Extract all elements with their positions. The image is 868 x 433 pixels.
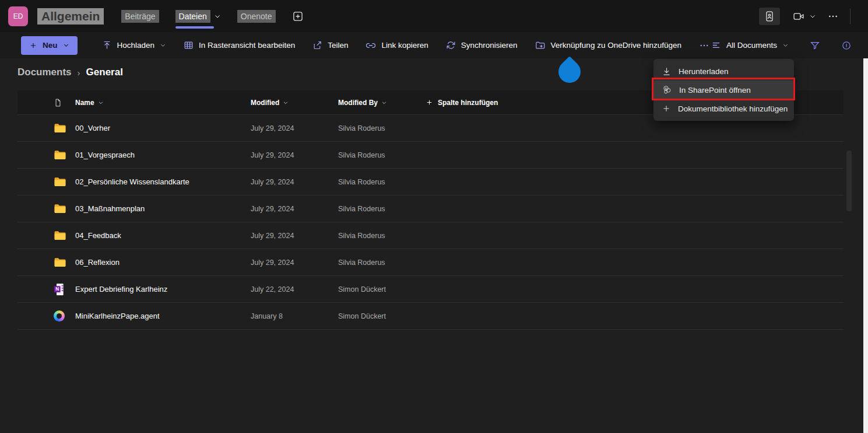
chevron-down-icon [782,42,789,48]
table-row[interactable]: MiniKarlheinzPape.agent January 8 Simon … [17,303,844,330]
table-row[interactable]: 02_Persönliche Wissenslandkarte July 29,… [17,169,844,195]
modified-date: July 29, 2024 [251,259,338,267]
menu-item-label: Dokumentbibliothek hinzufügen [678,104,788,113]
table-row[interactable]: 06_Reflexion July 29, 2024 Silvia Roderu… [17,249,844,276]
video-camera-icon [792,11,806,22]
modified-by: Silvia Roderus [338,124,426,132]
menu-item-herunterladen[interactable]: Herunterladen [653,62,794,81]
meet-now-button[interactable] [792,11,816,22]
breadcrumb-separator: › [78,68,80,78]
modified-by: Silvia Roderus [338,232,426,240]
link-icon [366,40,376,51]
modified-by-column-header[interactable]: Modified By [338,99,426,107]
table-row[interactable]: 01_Vorgespraech July 29, 2024 Silvia Rod… [17,142,844,169]
table-row[interactable]: 04_Feedback July 29, 2024 Silvia Roderus [17,222,844,249]
tab-label: Dateien [175,10,210,23]
name-column-header[interactable]: Name [75,99,251,107]
action-label: Synchronisieren [461,41,518,50]
add-onedrive-shortcut-button[interactable]: Verknüpfung zu OneDrive hinzufügen [535,40,681,51]
add-tab-button[interactable] [292,11,304,22]
modified-by: Simon Dückert [338,312,426,320]
new-button-label: Neu [43,41,58,50]
column-label: Spalte hinzufügen [438,99,498,107]
plus-icon [426,99,433,106]
sync-button[interactable]: Synchronisieren [446,40,518,50]
modified-column-header[interactable]: Modified [251,99,338,107]
modified-by: Silvia Roderus [338,205,426,213]
tab-beitraege[interactable]: Beiträge [121,10,159,23]
file-name-link[interactable]: 06_Reflexion [75,258,251,267]
channel-header: ED Allgemein Beiträge Dateien Onenote [0,0,868,32]
add-tab-icon [292,11,304,22]
column-label: Modified [251,99,279,107]
active-tab-underline [175,26,214,29]
plus-icon [662,104,671,113]
tab-onenote[interactable]: Onenote [237,10,276,23]
files-command-bar: Neu Hochladen In Rasteransicht bearbeite… [0,32,868,58]
toolbar-right-group: All Documents [711,40,852,51]
modified-date: July 29, 2024 [251,232,338,240]
upload-button[interactable]: Hochladen [102,40,167,50]
folder-icon [54,177,75,187]
breadcrumb-documents[interactable]: Documents [17,67,72,78]
roster-button[interactable] [759,8,780,25]
file-table: Name Modified Modified By Spalte hinzufü… [17,90,844,330]
menu-item-label: In SharePoint öffnen [679,86,751,95]
table-row[interactable]: N Expert Debriefing Karlheinz July 22, 2… [17,276,844,303]
inner-scrollbar-thumb[interactable] [846,151,852,211]
table-row[interactable]: 03_Maßnahmenplan July 29, 2024 Silvia Ro… [17,195,844,222]
chevron-down-icon [214,13,221,20]
modified-date: July 29, 2024 [251,178,338,186]
file-icon [54,97,62,108]
copy-link-button[interactable]: Link kopieren [366,40,428,51]
column-label: Modified By [338,99,378,107]
menu-item-label: Herunterladen [679,67,729,76]
download-icon [662,67,672,76]
file-name-link[interactable]: 01_Vorgespraech [75,151,251,159]
onenote-icon: N [54,283,75,296]
upload-icon [102,40,112,50]
toolbar-more-button[interactable] [699,40,709,51]
chevron-down-icon[interactable] [809,13,816,20]
modified-date: July 22, 2024 [251,285,338,294]
tab-label: Onenote [237,10,276,23]
divider [850,9,851,24]
menu-item-in-sharepoint-ffnen[interactable]: SIn SharePoint öffnen [653,81,794,99]
folder-link-icon [535,40,546,51]
file-name-link[interactable]: MiniKarlheinzPape.agent [75,312,251,320]
tab-dateien[interactable]: Dateien [175,10,221,23]
chevron-down-icon [381,100,387,106]
filter-button[interactable] [810,40,820,51]
modified-date: July 29, 2024 [251,205,338,213]
file-name-link[interactable]: 02_Persönliche Wissenslandkarte [75,177,251,186]
view-selector-label: All Documents [726,41,777,50]
info-button[interactable] [841,40,852,51]
channel-avatar[interactable]: ED [8,6,28,26]
file-type-column-header[interactable] [54,97,75,108]
sharepoint-icon: S [662,85,672,95]
modified-by: Silvia Roderus [338,259,426,267]
copilot-icon [54,310,75,322]
more-options-button[interactable] [828,11,838,22]
new-button[interactable]: Neu [21,36,78,55]
file-name-link[interactable]: 04_Feedback [75,231,251,240]
view-selector[interactable]: All Documents [711,40,789,50]
column-label: Name [75,99,94,107]
svg-text:S: S [665,87,667,90]
menu-item-dokumentbibliothek-hinzuf-gen[interactable]: Dokumentbibliothek hinzufügen [653,99,794,118]
avatar-initials: ED [13,12,23,20]
folder-icon [54,257,75,267]
file-name-link[interactable]: 03_Maßnahmenplan [75,204,251,213]
svg-text:N: N [55,286,59,292]
breadcrumb: Documents › General [17,67,123,78]
file-name-link[interactable]: Expert Debriefing Karlheinz [75,285,251,294]
modified-by: Simon Dückert [338,285,426,294]
sync-icon [446,40,456,50]
action-label: In Rasteransicht bearbeiten [199,41,295,50]
folder-icon [54,150,75,160]
share-button[interactable]: Teilen [312,40,348,50]
page-scrollbar[interactable] [863,58,868,433]
grid-icon [184,40,194,50]
edit-grid-view-button[interactable]: In Rasteransicht bearbeiten [184,40,295,50]
file-name-link[interactable]: 00_Vorher [75,124,251,132]
